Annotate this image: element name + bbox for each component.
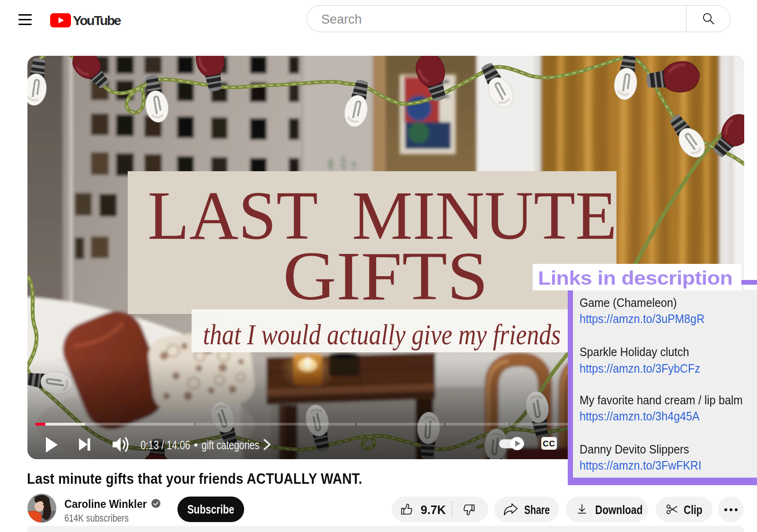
svg-text:CC: CC — [543, 439, 555, 448]
svg-text:0:13 / 14:06: 0:13 / 14:06 — [141, 438, 190, 452]
svg-text:gift categories: gift categories — [202, 438, 259, 452]
svg-text:GIFTS: GIFTS — [283, 238, 488, 314]
svg-text:that I would actually give my: that I would actually give my friends — [203, 318, 561, 350]
